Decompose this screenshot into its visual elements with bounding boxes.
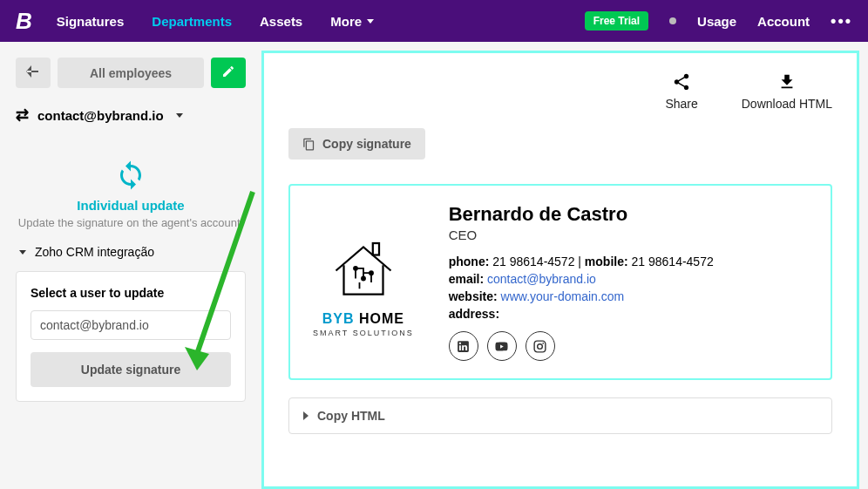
share-label: Share xyxy=(665,97,697,111)
copy-html-toggle[interactable]: Copy HTML xyxy=(288,397,832,434)
back-button[interactable] xyxy=(16,58,51,88)
copy-icon xyxy=(302,138,315,151)
signature-info: Bernardo de Castro CEO phone: 21 98614-4… xyxy=(449,203,808,361)
main-area: Share Download HTML Copy signature xyxy=(261,42,868,489)
logo-tagline: SMART SOLUTIONS xyxy=(313,329,414,337)
share-icon xyxy=(672,72,691,92)
signature-address-line: address: xyxy=(449,307,808,321)
arrow-left-icon xyxy=(26,65,40,78)
linkedin-button[interactable] xyxy=(449,331,478,361)
main-panel: Share Download HTML Copy signature xyxy=(261,51,859,489)
more-options-icon[interactable]: ••• xyxy=(831,12,852,31)
share-action[interactable]: Share xyxy=(665,72,697,111)
caret-down-icon xyxy=(19,250,26,255)
update-signature-button[interactable]: Update signature xyxy=(31,352,231,387)
individual-update-title: Individual update xyxy=(16,198,246,213)
logo-text: BYB HOME xyxy=(322,311,404,327)
caret-down-icon xyxy=(367,19,374,24)
select-user-label: Select a user to update xyxy=(31,286,231,300)
signature-website-line: website: www.your-domain.com xyxy=(449,289,808,303)
edit-icon xyxy=(221,65,235,78)
nav-usage[interactable]: Usage xyxy=(697,14,736,29)
signature-preview: BYB HOME SMART SOLUTIONS Bernardo de Cas… xyxy=(288,184,832,380)
caret-down-icon xyxy=(176,113,183,118)
download-icon xyxy=(777,72,797,92)
top-navbar: B Signatures Departments Assets More Fre… xyxy=(0,0,868,42)
brand-logo: B xyxy=(16,8,32,35)
status-dot-icon xyxy=(669,17,676,24)
linkedin-icon xyxy=(456,339,471,354)
email-dropdown[interactable]: ⇄ contact@bybrand.io xyxy=(16,105,246,125)
nav-more-label: More xyxy=(330,14,362,29)
instagram-button[interactable] xyxy=(526,331,555,361)
signature-name: Bernardo de Castro xyxy=(449,203,808,226)
youtube-button[interactable] xyxy=(487,331,517,361)
download-action[interactable]: Download HTML xyxy=(742,72,832,111)
nav-departments[interactable]: Departments xyxy=(152,14,232,29)
swap-icon: ⇄ xyxy=(16,105,29,125)
signature-email-line: email: contact@bybrand.io xyxy=(449,272,808,286)
copy-signature-button[interactable]: Copy signature xyxy=(288,128,425,160)
copy-html-label: Copy HTML xyxy=(317,409,385,423)
user-email-input[interactable] xyxy=(31,310,231,340)
nav-items: Signatures Departments Assets More xyxy=(57,14,585,29)
house-icon xyxy=(324,228,403,306)
youtube-icon xyxy=(494,339,509,354)
nav-more[interactable]: More xyxy=(330,14,374,29)
svg-point-3 xyxy=(370,271,373,275)
select-user-card: Select a user to update Update signature xyxy=(16,271,246,402)
instagram-icon xyxy=(532,339,547,354)
download-label: Download HTML xyxy=(742,97,832,111)
signature-title: CEO xyxy=(449,228,808,242)
all-employees-button[interactable]: All employees xyxy=(58,58,204,88)
refresh-icon xyxy=(115,160,146,191)
zoho-label: Zoho CRM integração xyxy=(35,245,154,259)
zoho-integration-toggle[interactable]: Zoho CRM integração xyxy=(16,245,246,259)
nav-assets[interactable]: Assets xyxy=(260,14,302,29)
svg-point-2 xyxy=(362,276,365,280)
sidebar: All employees ⇄ contact@bybrand.io Indiv… xyxy=(0,42,261,489)
nav-right: Free Trial Usage Account ••• xyxy=(585,11,852,31)
svg-point-1 xyxy=(354,267,357,270)
individual-update-desc: Update the signature on the agent's acco… xyxy=(16,216,246,229)
nav-account[interactable]: Account xyxy=(757,14,810,29)
signature-phone-line: phone: 21 98614-4572 | mobile: 21 98614-… xyxy=(449,255,808,268)
caret-right-icon xyxy=(303,411,309,420)
nav-signatures[interactable]: Signatures xyxy=(57,14,125,29)
free-trial-button[interactable]: Free Trial xyxy=(585,11,648,31)
email-value: contact@bybrand.io xyxy=(37,108,164,123)
svg-rect-0 xyxy=(373,243,379,255)
copy-signature-label: Copy signature xyxy=(322,137,411,151)
signature-logo: BYB HOME SMART SOLUTIONS xyxy=(313,203,414,361)
edit-button[interactable] xyxy=(211,58,246,88)
